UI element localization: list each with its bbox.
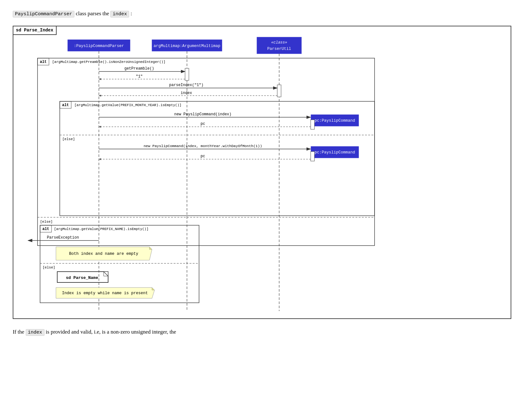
svg-text:"1": "1" bbox=[136, 74, 143, 79]
svg-marker-53 bbox=[149, 247, 152, 249]
svg-text:[argMultimap.getPreamble().isN: [argMultimap.getPreamble().isNonZeroUnsi… bbox=[52, 60, 165, 64]
svg-text:alt: alt bbox=[42, 227, 49, 231]
svg-marker-62 bbox=[152, 288, 155, 290]
sequence-diagram: sd Parse_Index :PayslipCommandParser arg… bbox=[13, 26, 511, 319]
svg-text:pc: pc bbox=[201, 154, 205, 159]
svg-text:new PayslipCommand(index): new PayslipCommand(index) bbox=[174, 112, 231, 117]
svg-rect-30 bbox=[311, 120, 314, 129]
footer-keyword-code: index bbox=[26, 329, 45, 336]
svg-text:pc:PayslipCommand: pc:PayslipCommand bbox=[314, 150, 355, 155]
svg-text:[argMultimap.getValue(PREFIX_M: [argMultimap.getValue(PREFIX_MONTH_YEAR)… bbox=[74, 103, 182, 107]
svg-text:ParseException: ParseException bbox=[47, 235, 79, 240]
sd-label: sd Parse_Index bbox=[13, 26, 57, 35]
svg-text:index: index bbox=[181, 91, 192, 95]
diagram-inner: :PayslipCommandParser argMultimap:Argume… bbox=[18, 35, 506, 313]
svg-rect-19 bbox=[277, 85, 281, 97]
svg-text:Index is empty while name is p: Index is empty while name is present bbox=[62, 291, 148, 295]
svg-rect-14 bbox=[185, 68, 189, 80]
svg-text:[else]: [else] bbox=[62, 137, 75, 141]
svg-text:[else]: [else] bbox=[40, 220, 53, 224]
svg-text:sd Parse_Name: sd Parse_Name bbox=[66, 275, 98, 280]
svg-text:[argMultimap.getValue(PREFIX_N: [argMultimap.getValue(PREFIX_NAME).isEmp… bbox=[54, 227, 148, 231]
intro-keyword-code: index bbox=[110, 11, 129, 17]
svg-text:alt: alt bbox=[62, 103, 69, 107]
svg-text:argMultimap:ArgumentMultimap: argMultimap:ArgumentMultimap bbox=[154, 44, 220, 48]
svg-text:pc:PayslipCommand: pc:PayslipCommand bbox=[314, 119, 355, 123]
svg-rect-39 bbox=[311, 152, 314, 161]
svg-rect-4 bbox=[257, 37, 301, 54]
svg-text:«class»: «class» bbox=[271, 40, 287, 45]
svg-text:alt: alt bbox=[40, 60, 47, 64]
footer-paragraph: If the index is provided and valid, i.e,… bbox=[13, 328, 511, 336]
svg-text:Both index and name are empty: Both index and name are empty bbox=[69, 252, 138, 256]
svg-text:parseIndex("1"): parseIndex("1") bbox=[169, 83, 203, 87]
intro-class-code: PayslipCommandParser bbox=[13, 11, 74, 17]
diagram-svg: :PayslipCommandParser argMultimap:Argume… bbox=[18, 35, 381, 311]
svg-text:ParserUtil: ParserUtil bbox=[267, 47, 291, 51]
svg-text:pc: pc bbox=[201, 122, 205, 126]
svg-text::PayslipCommandParser: :PayslipCommandParser bbox=[74, 44, 124, 48]
svg-text:getPreamble(): getPreamble() bbox=[124, 66, 154, 71]
svg-text:[else]: [else] bbox=[43, 266, 55, 269]
intro-paragraph: PayslipCommandParser class parses the in… bbox=[13, 10, 511, 18]
svg-text:new PayslipCommand(index, mont: new PayslipCommand(index, monthYear.with… bbox=[144, 144, 262, 148]
